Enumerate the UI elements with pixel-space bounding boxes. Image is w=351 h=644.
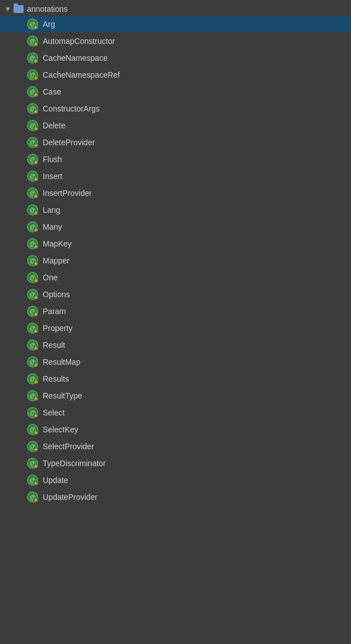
item-label: ResultType — [43, 391, 82, 400]
lock-badge-icon — [33, 210, 38, 215]
lock-badge-icon — [33, 278, 38, 283]
item-label: One — [43, 273, 57, 282]
list-item[interactable]: @Property — [0, 320, 351, 337]
item-label: Property — [43, 324, 73, 333]
list-item[interactable]: @Arg — [0, 16, 351, 33]
list-item[interactable]: @Delete — [0, 117, 351, 134]
lock-badge-icon — [33, 497, 38, 502]
lock-badge-icon — [33, 362, 38, 367]
annotation-icon: @ — [27, 238, 38, 249]
lock-badge-icon — [33, 193, 38, 198]
annotation-icon: @ — [27, 137, 38, 148]
item-label: Case — [43, 87, 61, 96]
annotation-icon: @ — [27, 424, 38, 435]
item-label: InsertProvider — [43, 189, 92, 198]
item-label: Result — [43, 341, 65, 350]
lock-badge-icon — [33, 261, 38, 266]
list-item[interactable]: @SelectKey — [0, 421, 351, 438]
list-item[interactable]: @MapKey — [0, 235, 351, 252]
annotation-icon: @ — [27, 52, 38, 64]
list-item[interactable]: @CacheNamespaceRef — [0, 66, 351, 83]
tree-container: ▼ annotations @Arg@AutomapConstructor@Ca… — [0, 0, 351, 508]
item-label: Select — [43, 408, 65, 417]
list-item[interactable]: @Select — [0, 404, 351, 421]
lock-badge-icon — [33, 396, 38, 401]
list-item[interactable]: @Param — [0, 303, 351, 320]
list-item[interactable]: @Results — [0, 370, 351, 387]
list-item[interactable]: @ResultType — [0, 387, 351, 404]
list-item[interactable]: @Case — [0, 83, 351, 100]
annotation-icon: @ — [27, 491, 38, 503]
lock-badge-icon — [33, 142, 38, 147]
lock-badge-icon — [33, 41, 38, 46]
folder-icon — [14, 5, 24, 13]
list-item[interactable]: @ResultMap — [0, 354, 351, 370]
item-label: Insert — [43, 172, 62, 181]
item-label: MapKey — [43, 239, 71, 248]
list-item[interactable]: @TypeDiscriminator — [0, 455, 351, 472]
lock-badge-icon — [33, 24, 38, 29]
item-label: Results — [43, 374, 69, 383]
annotation-icon: @ — [27, 255, 38, 266]
lock-badge-icon — [33, 176, 38, 181]
item-label: Param — [43, 307, 66, 316]
item-label: SelectProvider — [43, 442, 94, 451]
item-label: UpdateProvider — [43, 493, 97, 502]
list-item[interactable]: @DeleteProvider — [0, 134, 351, 151]
item-label: ConstructorArgs — [43, 104, 100, 113]
annotation-icon: @ — [27, 272, 38, 283]
lock-badge-icon — [33, 294, 38, 299]
list-item[interactable]: @Lang — [0, 202, 351, 218]
lock-badge-icon — [33, 413, 38, 418]
annotation-icon: @ — [27, 204, 38, 216]
lock-badge-icon — [33, 379, 38, 384]
annotation-icon: @ — [27, 120, 38, 131]
list-item[interactable]: @CacheNamespace — [0, 50, 351, 66]
list-item[interactable]: @InsertProvider — [0, 185, 351, 202]
list-item[interactable]: @UpdateProvider — [0, 489, 351, 506]
item-label: SelectKey — [43, 425, 78, 434]
list-item[interactable]: @AutomapConstructor — [0, 33, 351, 50]
lock-badge-icon — [33, 109, 38, 114]
item-label: TypeDiscriminator — [43, 459, 106, 468]
annotation-icon: @ — [27, 306, 38, 317]
item-label: AutomapConstructor — [43, 37, 115, 46]
list-item[interactable]: @Insert — [0, 168, 351, 185]
annotation-icon: @ — [27, 373, 38, 384]
list-item[interactable]: @One — [0, 269, 351, 286]
lock-badge-icon — [33, 430, 38, 435]
list-item[interactable]: @Flush — [0, 151, 351, 168]
annotation-icon: @ — [27, 221, 38, 232]
annotation-icon: @ — [27, 171, 38, 182]
lock-badge-icon — [33, 92, 38, 97]
annotation-icon: @ — [27, 407, 38, 418]
annotation-icon: @ — [27, 323, 38, 334]
item-label: Arg — [43, 20, 55, 29]
annotation-icon: @ — [27, 103, 38, 114]
list-item[interactable]: @ConstructorArgs — [0, 100, 351, 117]
lock-badge-icon — [33, 328, 38, 333]
lock-badge-icon — [33, 58, 38, 63]
list-item[interactable]: @Result — [0, 337, 351, 354]
annotation-icon: @ — [27, 154, 38, 165]
annotation-icon: @ — [27, 441, 38, 452]
list-item[interactable]: @Update — [0, 472, 351, 489]
item-label: CacheNamespace — [43, 53, 107, 62]
lock-badge-icon — [33, 159, 38, 164]
annotation-icon: @ — [27, 35, 38, 47]
item-label: Options — [43, 290, 70, 299]
list-item[interactable]: @SelectProvider — [0, 438, 351, 455]
list-item[interactable]: @Many — [0, 218, 351, 235]
annotation-icon: @ — [27, 475, 38, 486]
list-item[interactable]: @Options — [0, 286, 351, 303]
annotation-icon: @ — [27, 19, 38, 30]
annotation-icon: @ — [27, 458, 38, 469]
list-item[interactable]: @Mapper — [0, 252, 351, 269]
tree-parent-annotations[interactable]: ▼ annotations — [0, 2, 351, 16]
item-label: DeleteProvider — [43, 138, 95, 147]
annotation-icon: @ — [27, 69, 38, 80]
annotation-icon: @ — [27, 289, 38, 300]
parent-label: annotations — [27, 5, 68, 14]
tree-items-list: @Arg@AutomapConstructor@CacheNamespace@C… — [0, 16, 351, 506]
lock-badge-icon — [33, 463, 38, 468]
